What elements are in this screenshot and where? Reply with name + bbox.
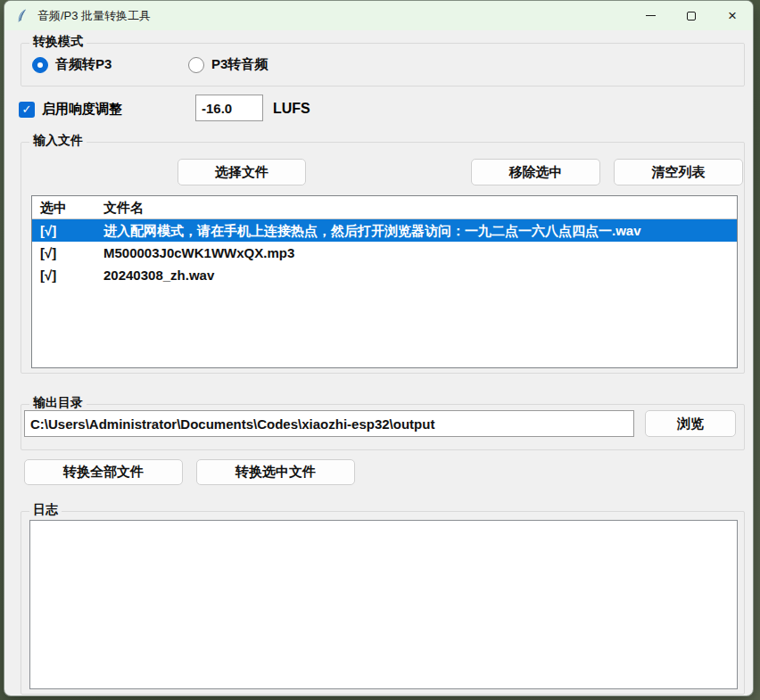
table-row[interactable]: [√]进入配网模式，请在手机上连接热点，然后打开浏览器访问：一九二点一六八点四点… [32,219,737,242]
header-checked: 选中 [32,196,103,218]
log-group-label: 日志 [29,502,62,518]
app-window: 音频/P3 批量转换工具 × 转换模式 音频转P3 P3转音频 ✓ 启用响度调整… [4,0,754,696]
output-path-input[interactable]: C:\Users\Administrator\Documents\Codes\x… [24,410,634,437]
table-row[interactable]: [√]20240308_zh.wav [32,264,737,286]
maximize-icon [687,12,696,21]
minimize-icon [646,15,656,16]
minimize-button[interactable] [630,1,671,30]
lufs-unit-label: LUFS [273,101,310,117]
remove-selected-button[interactable]: 移除选中 [471,159,600,185]
log-textarea[interactable] [29,520,738,689]
file-table[interactable]: 选中 文件名 [√]进入配网模式，请在手机上连接热点，然后打开浏览器访问：一九二… [31,195,738,368]
row-filename: 20240308_zh.wav [103,264,737,286]
convert-all-button[interactable]: 转换全部文件 [24,459,183,485]
row-checked: [√] [32,242,103,264]
maximize-button[interactable] [671,1,712,30]
loudness-checkbox-label: 启用响度调整 [42,101,122,118]
mode-groupbox: 转换模式 音频转P3 P3转音频 [21,43,745,86]
radio-label: P3转音频 [211,56,268,73]
row-checked: [√] [32,264,103,286]
table-row[interactable]: [√]M500003J0cWK1WWxQX.mp3 [32,242,737,264]
close-button[interactable]: × [712,1,753,30]
browse-button[interactable]: 浏览 [645,410,736,437]
radio-icon [32,57,48,73]
loudness-checkbox[interactable]: ✓ [19,102,35,118]
file-table-header: 选中 文件名 [32,196,737,219]
window-controls: × [630,1,753,30]
lufs-input[interactable]: -16.0 [195,95,263,121]
radio-p3-to-audio[interactable]: P3转音频 [188,56,268,73]
radio-label: 音频转P3 [55,56,112,73]
row-filename: 进入配网模式，请在手机上连接热点，然后打开浏览器访问：一九二点一六八点四点一.w… [103,219,737,242]
clear-list-button[interactable]: 清空列表 [614,159,743,185]
header-filename: 文件名 [103,196,737,218]
loudness-row: ✓ 启用响度调整 [19,101,122,118]
close-icon: × [728,8,737,23]
input-group-label: 输入文件 [29,133,87,149]
python-feather-icon [15,9,29,23]
convert-selected-button[interactable]: 转换选中文件 [196,459,355,485]
mode-group-label: 转换模式 [29,34,87,50]
radio-audio-to-p3[interactable]: 音频转P3 [32,56,112,73]
title-bar: 音频/P3 批量转换工具 × [4,1,753,30]
file-table-body: [√]进入配网模式，请在手机上连接热点，然后打开浏览器访问：一九二点一六八点四点… [32,219,737,286]
row-filename: M500003J0cWK1WWxQX.mp3 [103,242,737,264]
radio-icon [188,57,204,73]
row-checked: [√] [32,219,103,242]
window-title: 音频/P3 批量转换工具 [37,8,151,24]
select-files-button[interactable]: 选择文件 [178,159,306,185]
output-group-label: 输出目录 [29,395,87,411]
